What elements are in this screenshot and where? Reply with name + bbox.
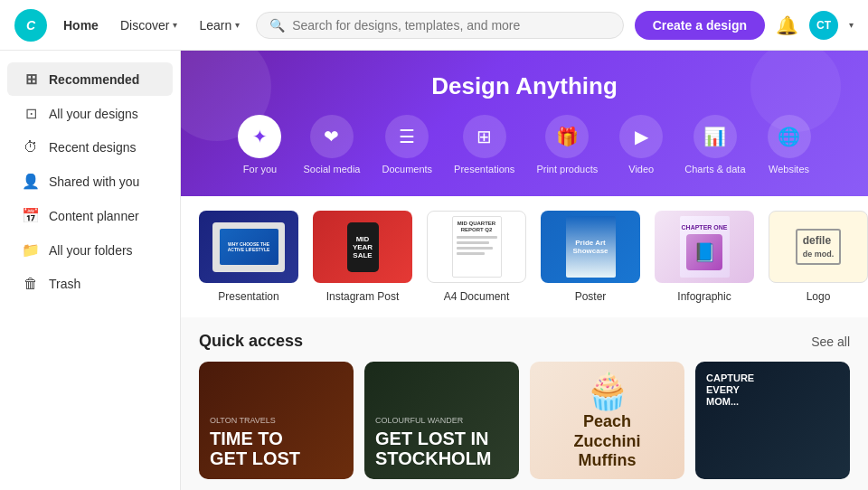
top-nav: C Home Discover ▾ Learn ▾ 🔍 Create a des…	[0, 0, 868, 51]
main-layout: ⊞ Recommended ⊡ All your designs ⏱ Recen…	[0, 51, 868, 490]
hero-icon-presentations[interactable]: ⊞ Presentations	[454, 115, 514, 174]
video-label: Video	[628, 164, 654, 174]
qa-card-time-to-get-lost[interactable]: OLTON TRAVELS TIME TO GET LOST	[199, 362, 354, 479]
all-designs-icon: ⊡	[22, 105, 40, 122]
hero-title: Design Anything	[431, 72, 618, 100]
qa-card-capture[interactable]: CAPTUREEVERYMOM...	[695, 362, 850, 479]
search-bar[interactable]: 🔍	[256, 12, 624, 39]
infographic-label: Infographic	[677, 290, 731, 303]
quick-access-title: Quick access	[199, 332, 303, 351]
card1-main: TIME TO GET LOST	[210, 429, 300, 468]
websites-label: Websites	[769, 164, 809, 174]
presentation-thumb: WHY CHOOSE THE ACTIVE LIFESTYLE	[199, 211, 298, 283]
avatar-chevron-icon[interactable]: ▾	[849, 20, 854, 30]
canva-logo[interactable]: C	[14, 9, 47, 42]
charts-circle: 📊	[693, 115, 737, 158]
nav-learn[interactable]: Learn ▾	[193, 14, 245, 36]
planner-icon: 📅	[22, 207, 40, 224]
phone-shape: MID YEAR SALE	[347, 222, 379, 272]
card4-content: CAPTUREEVERYMOM...	[706, 372, 754, 409]
sidebar-item-trash[interactable]: 🗑 Trash	[7, 268, 173, 300]
hero-banner: Design Anything ✦ For you ❤ Social media…	[181, 51, 868, 196]
hero-icon-print[interactable]: 🎁 Print products	[536, 115, 598, 174]
poster-shape: Pride Art Showcase	[566, 216, 616, 278]
hero-icon-charts[interactable]: 📊 Charts & data	[684, 115, 745, 174]
create-design-button[interactable]: Create a design	[635, 11, 765, 40]
documents-circle: ☰	[385, 115, 429, 158]
template-instagram[interactable]: MID YEAR SALE Instagram Post	[313, 211, 412, 303]
infographic-thumb: CHAPTER ONE 📘	[655, 211, 754, 283]
notifications-icon[interactable]: 🔔	[776, 14, 798, 36]
video-circle: ▶	[619, 115, 663, 158]
sidebar-item-folders[interactable]: 📁 All your folders	[7, 233, 173, 267]
learn-chevron-icon: ▾	[235, 20, 240, 30]
document-label: A4 Document	[444, 290, 510, 303]
card2-content: COLOURFUL WANDER GET LOST IN STOCKHOLM	[375, 416, 492, 468]
poster-thumb: Pride Art Showcase	[541, 211, 640, 283]
folders-icon: 📁	[22, 241, 40, 259]
template-presentation[interactable]: WHY CHOOSE THE ACTIVE LIFESTYLE Presenta…	[199, 211, 298, 303]
card1-content: OLTON TRAVELS TIME TO GET LOST	[210, 416, 300, 468]
sidebar-item-planner[interactable]: 📅 Content planner	[7, 199, 173, 232]
laptop-shape: WHY CHOOSE THE ACTIVE LIFESTYLE	[212, 222, 285, 272]
for-you-circle: ✦	[238, 115, 281, 158]
sidebar-item-recent[interactable]: ⏱ Recent designs	[7, 131, 173, 164]
nav-discover[interactable]: Discover ▾	[115, 14, 183, 36]
card1-sub: OLTON TRAVELS	[210, 416, 300, 425]
muffin-emoji: 🧁	[585, 370, 630, 412]
qa-card-peach-muffins[interactable]: 🧁 PeachZucchiniMuffins	[530, 362, 684, 479]
logo-thumb: defilede mod.	[769, 211, 868, 283]
search-input[interactable]	[292, 18, 610, 33]
instagram-label: Instagram Post	[326, 290, 400, 303]
trash-icon: 🗑	[22, 276, 40, 292]
recommended-icon: ⊞	[22, 71, 40, 88]
logo-label: Logo	[807, 290, 831, 303]
main-content: Design Anything ✦ For you ❤ Social media…	[181, 51, 868, 490]
nav-home[interactable]: Home	[58, 14, 104, 36]
social-circle: ❤	[310, 115, 354, 158]
presentation-label: Presentation	[218, 290, 278, 303]
see-all-link[interactable]: See all	[811, 335, 850, 349]
hero-icon-websites[interactable]: 🌐 Websites	[768, 115, 811, 174]
templates-section: WHY CHOOSE THE ACTIVE LIFESTYLE Presenta…	[181, 196, 868, 317]
shared-icon: 👤	[22, 173, 40, 190]
hero-icon-social[interactable]: ❤ Social media	[303, 115, 360, 174]
poster-label: Poster	[575, 290, 607, 303]
document-thumb: MID QUARTER REPORT Q2	[427, 211, 526, 283]
template-infographic[interactable]: CHAPTER ONE 📘 Infographic	[655, 211, 754, 303]
card2-main: GET LOST IN STOCKHOLM	[375, 429, 492, 468]
social-label: Social media	[303, 164, 360, 174]
quick-access-section: Quick access See all OLTON TRAVELS TIME …	[181, 317, 868, 490]
sidebar: ⊞ Recommended ⊡ All your designs ⏱ Recen…	[0, 51, 181, 490]
print-label: Print products	[536, 164, 598, 174]
doc-shape: MID QUARTER REPORT Q2	[452, 216, 502, 278]
search-icon: 🔍	[269, 18, 285, 33]
presentations-circle: ⊞	[463, 115, 506, 158]
template-document[interactable]: MID QUARTER REPORT Q2 A4 Document	[427, 211, 526, 303]
for-you-label: For you	[243, 164, 277, 174]
card4-text: CAPTUREEVERYMOM...	[706, 372, 754, 409]
recent-icon: ⏱	[22, 139, 40, 155]
hero-icon-documents[interactable]: ☰ Documents	[382, 115, 432, 174]
qa-card-get-lost-stockholm[interactable]: COLOURFUL WANDER GET LOST IN STOCKHOLM	[364, 362, 519, 479]
template-poster[interactable]: Pride Art Showcase Poster	[541, 211, 640, 303]
logo-shape: defilede mod.	[782, 216, 854, 278]
quick-access-grid: OLTON TRAVELS TIME TO GET LOST COLOURFUL…	[199, 362, 850, 479]
avatar[interactable]: CT	[809, 11, 838, 40]
quick-access-header: Quick access See all	[199, 332, 850, 351]
sidebar-item-all-designs[interactable]: ⊡ All your designs	[7, 97, 173, 130]
card3-title: PeachZucchiniMuffins	[573, 412, 640, 471]
hero-icon-video[interactable]: ▶ Video	[619, 115, 663, 174]
documents-label: Documents	[382, 164, 432, 174]
canva-logo-text: C	[26, 18, 35, 33]
charts-label: Charts & data	[684, 164, 745, 174]
presentations-label: Presentations	[454, 164, 514, 174]
card2-sub: COLOURFUL WANDER	[375, 416, 492, 425]
template-logo[interactable]: defilede mod. Logo	[769, 211, 868, 303]
sidebar-item-recommended[interactable]: ⊞ Recommended	[7, 62, 173, 96]
sidebar-item-shared[interactable]: 👤 Shared with you	[7, 165, 173, 198]
hero-icon-for-you[interactable]: ✦ For you	[238, 115, 281, 174]
laptop-screen: WHY CHOOSE THE ACTIVE LIFESTYLE	[220, 229, 278, 265]
websites-circle: 🌐	[768, 115, 811, 158]
infographic-shape: CHAPTER ONE 📘	[680, 216, 730, 278]
